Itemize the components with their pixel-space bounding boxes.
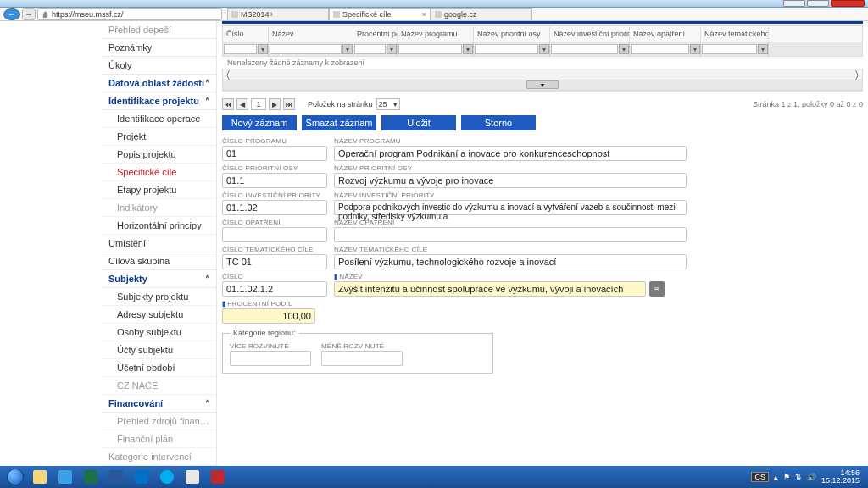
nazev-opatreni-field[interactable] xyxy=(334,227,687,242)
nazev-investicni-priority-field[interactable]: Podpora podnikových investic do výzkumu … xyxy=(334,200,687,215)
taskbar-app-excel[interactable] xyxy=(79,468,103,486)
sidebar-item-subjekty-projektu[interactable]: Subjekty projektu xyxy=(102,288,216,306)
grid-filter-input[interactable] xyxy=(702,44,757,54)
taskbar-app-explorer[interactable] xyxy=(28,468,52,486)
sidebar-item-prehled-zdroju[interactable]: Přehled zdrojů financování xyxy=(102,413,216,430)
sidebar-item-kategorie-intervenci[interactable]: Kategorie intervencí xyxy=(102,448,216,466)
browser-tab-google[interactable]: google.cz xyxy=(431,8,532,20)
grid-header-cell[interactable]: Název prioritní osy xyxy=(474,26,550,42)
start-button[interactable] xyxy=(3,466,27,488)
taskbar-app-ie[interactable] xyxy=(53,468,77,486)
sidebar-item-umisteni[interactable]: Umístění xyxy=(102,235,216,252)
grid-header-cell[interactable]: Název programu xyxy=(398,26,474,42)
address-bar[interactable]: https://mseu.mssf.cz/ xyxy=(37,8,222,20)
sidebar-group-financovani[interactable]: Financování ˄ xyxy=(102,395,216,413)
sidebar-item-cilova-skupina[interactable]: Cílová skupina xyxy=(102,252,216,270)
nazev-field[interactable]: Zvýšit intenzitu a účinnost spolupráce v… xyxy=(334,281,646,297)
tray-language-indicator[interactable]: CS xyxy=(751,472,769,482)
new-record-button[interactable]: Nový záznam xyxy=(222,115,297,130)
sidebar-item-indikatory[interactable]: Indikátory xyxy=(102,199,216,217)
sidebar-item-identifikace-operace[interactable]: Identifikace operace xyxy=(102,110,216,128)
pager-last-button[interactable]: ⏭ xyxy=(283,98,295,110)
grid-header-cell[interactable]: Název xyxy=(269,26,353,42)
pager-prev-button[interactable]: ◀ xyxy=(236,98,248,110)
sidebar-item-ucty-subjektu[interactable]: Účty subjektu xyxy=(102,341,216,359)
taskbar-app-generic1[interactable] xyxy=(181,468,204,486)
grid-filter-input[interactable] xyxy=(475,44,538,54)
grid-header-cell[interactable]: Název investiční priority xyxy=(550,26,630,42)
cislo-investicni-priority-field[interactable]: 01.1.02 xyxy=(222,200,327,215)
browser-tab-specificke-cile[interactable]: Specifické cíle × xyxy=(329,8,431,20)
pager-current-page[interactable]: 1 xyxy=(251,98,266,110)
save-button[interactable]: Uložit xyxy=(381,115,456,130)
cislo-field[interactable]: 01.1.02.1.2 xyxy=(222,281,327,297)
sidebar-item-poznamky[interactable]: Poznámky xyxy=(102,39,216,57)
browser-forward-button[interactable]: → xyxy=(22,8,36,20)
window-maximize-button[interactable] xyxy=(807,0,829,7)
grid-filter-input[interactable] xyxy=(398,44,462,54)
filter-funnel-icon[interactable]: ▾ xyxy=(758,44,768,54)
nazev-prioritni-osy-field[interactable]: Rozvoj výzkumu a vývoje pro inovace xyxy=(334,173,687,188)
sidebar-item-popis-projektu[interactable]: Popis projektu xyxy=(102,146,216,164)
sidebar-item-etapy-projektu[interactable]: Etapy projektu xyxy=(102,181,216,199)
pager-first-button[interactable]: ⏮ xyxy=(222,98,234,110)
cislo-prioritni-osy-field[interactable]: 01.1 xyxy=(222,173,327,188)
delete-record-button[interactable]: Smazat záznam xyxy=(302,115,376,130)
taskbar-app-skype[interactable] xyxy=(155,468,179,486)
grid-filter-input[interactable] xyxy=(631,44,689,54)
cislo-tematickeho-cile-field[interactable]: TC 01 xyxy=(222,254,327,269)
tray-volume-icon[interactable]: 🔊 xyxy=(807,473,816,481)
filter-funnel-icon[interactable]: ▾ xyxy=(258,44,268,54)
sidebar-item-cz-nace[interactable]: CZ NACE xyxy=(102,377,216,395)
browser-back-button[interactable]: ← xyxy=(3,8,20,20)
sidebar-item-specificke-cile[interactable]: Specifické cíle xyxy=(102,164,216,181)
pager-size-dropdown[interactable]: 25▾ xyxy=(376,98,400,110)
tray-flag-icon[interactable]: ⚑ xyxy=(783,473,790,481)
filter-funnel-icon[interactable]: ▾ xyxy=(342,44,353,54)
taskbar-app-outlook[interactable] xyxy=(130,468,153,486)
mene-rozvinute-field[interactable] xyxy=(321,351,403,366)
grid-header-cell[interactable]: Číslo xyxy=(223,26,269,42)
grid-filter-input[interactable] xyxy=(224,44,257,54)
sidebar-item-projekt[interactable]: Projekt xyxy=(102,128,216,146)
grid-header-cell[interactable]: Název opatření xyxy=(630,26,701,42)
grid-row-selector-dropdown[interactable]: ▾ xyxy=(526,80,559,89)
sidebar-item-financni-plan[interactable]: Finanční plán xyxy=(102,430,216,448)
filter-funnel-icon[interactable]: ▾ xyxy=(463,44,473,54)
grid-scroll-left-icon[interactable]: 〈 xyxy=(226,69,230,80)
cancel-button[interactable]: Storno xyxy=(461,115,536,130)
filter-funnel-icon[interactable]: ▾ xyxy=(387,44,397,54)
grid-scroll-right-icon[interactable]: 〉 xyxy=(855,69,859,80)
taskbar-app-acrobat[interactable] xyxy=(206,468,230,486)
vice-rozvinute-field[interactable] xyxy=(230,351,311,366)
browser-tab-ms2014[interactable]: MS2014+ xyxy=(227,8,329,20)
nazev-lookup-button[interactable]: ≡ xyxy=(649,281,665,297)
tray-clock[interactable]: 14:56 15.12.2015 xyxy=(821,469,860,485)
window-close-button[interactable] xyxy=(831,0,865,7)
sidebar-item-ukoly[interactable]: Úkoly xyxy=(102,57,216,75)
grid-header-cell[interactable]: Procentní podíl xyxy=(353,26,398,42)
filter-funnel-icon[interactable]: ▾ xyxy=(539,44,549,54)
tray-network-icon[interactable]: ⇅ xyxy=(795,473,802,481)
grid-header-cell[interactable]: Název tematického xyxy=(701,26,769,42)
grid-filter-input[interactable] xyxy=(551,44,618,54)
sidebar-item-prehled-depesi[interactable]: Přehled depeší xyxy=(102,21,216,39)
filter-funnel-icon[interactable]: ▾ xyxy=(619,44,629,54)
procentni-podil-field[interactable]: 100,00 xyxy=(222,308,315,324)
cislo-programu-field[interactable]: 01 xyxy=(222,146,327,161)
sidebar-item-adresy-subjektu[interactable]: Adresy subjektu xyxy=(102,306,216,324)
sidebar-item-osoby-subjektu[interactable]: Osoby subjektu xyxy=(102,324,216,341)
sidebar-group-identifikace-projektu[interactable]: Identifikace projektu ˄ xyxy=(102,92,216,110)
cislo-opatreni-field[interactable] xyxy=(222,227,327,242)
pager-next-button[interactable]: ▶ xyxy=(269,98,281,110)
sidebar-item-ucetni-obdobi[interactable]: Účetní období xyxy=(102,359,216,377)
sidebar-group-datova-oblast[interactable]: Datová oblast žádosti ˄ xyxy=(102,75,216,92)
nazev-programu-field[interactable]: Operační program Podnikání a inovace pro… xyxy=(334,146,687,161)
grid-filter-input[interactable] xyxy=(270,44,342,54)
taskbar-app-word[interactable] xyxy=(104,468,128,486)
sidebar-group-subjekty[interactable]: Subjekty ˄ xyxy=(102,270,216,288)
grid-filter-input[interactable] xyxy=(354,44,386,54)
window-minimize-button[interactable] xyxy=(783,0,805,7)
tray-chevron-up-icon[interactable]: ▴ xyxy=(774,473,778,481)
nazev-tematickeho-cile-field[interactable]: Posílení výzkumu, technologického rozvoj… xyxy=(334,254,687,269)
